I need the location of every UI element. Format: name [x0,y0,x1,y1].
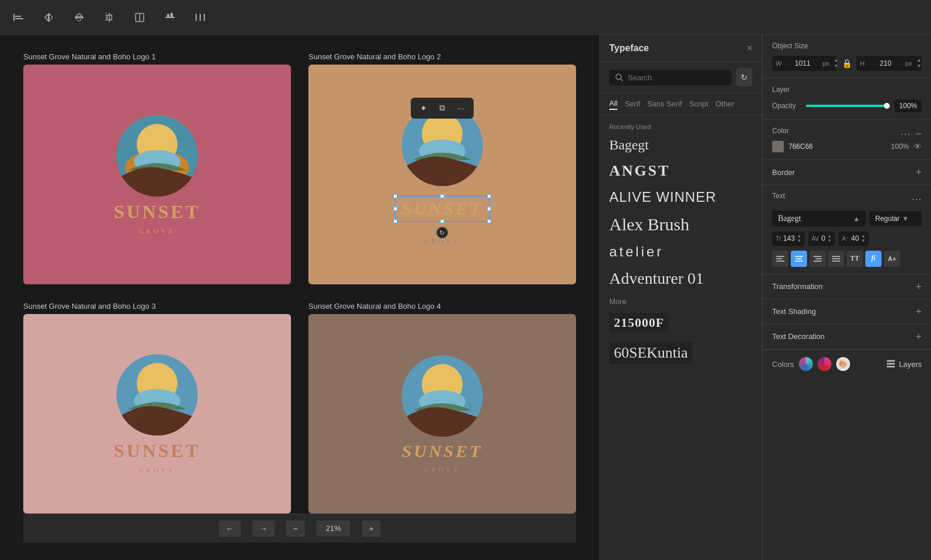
font-item-alexbrush[interactable]: Alex Brush [600,210,762,239]
copy-icon[interactable]: ⧉ [434,100,450,116]
distribute-icon[interactable] [191,8,209,27]
height-input[interactable] [868,56,903,71]
text-dots-button[interactable]: ⋯ [911,194,922,204]
align-bottom-icon[interactable] [161,8,179,27]
logo-text-main-1: SUNSET [114,201,201,223]
color-swatch[interactable] [772,141,784,152]
font-preview-bagegt: Bagegt [609,137,649,153]
bottom-colors-panel[interactable]: Colors 🎨 [772,357,850,371]
flip-horizontal-icon[interactable] [40,8,58,27]
aa-button[interactable]: A+ [884,251,900,267]
typeface-panel-close[interactable]: × [747,44,752,53]
font-item-more-1[interactable]: 215000F [600,308,762,337]
align-left-icon[interactable] [9,8,28,27]
rotate-handle[interactable]: ↻ [436,227,448,238]
svg-rect-44 [887,363,895,365]
undo-button[interactable]: ← [219,520,241,537]
font-selector-row: Bagegt ▲ Regular ▼ [772,211,922,227]
border-add-button[interactable]: + [915,167,922,177]
align-right-btn[interactable] [809,251,826,267]
search-input-wrap [609,70,731,85]
canvas-card-1[interactable]: SUNSET GROVE [23,65,291,284]
zoom-plus-button[interactable]: + [362,520,381,537]
text-shading-add-button[interactable]: + [915,306,922,317]
svg-line-30 [621,79,623,81]
lock-icon[interactable]: 🔒 [842,59,852,68]
align-top-distribute-icon[interactable] [100,8,119,27]
bottom-layers-panel[interactable]: Layers [886,359,922,369]
redo-button[interactable]: → [253,520,275,537]
font-item-angst[interactable]: ANGST [600,158,762,184]
font-item-alivewinner[interactable]: ALIVE WINNER [600,184,762,210]
width-input[interactable] [785,56,820,71]
font-item-adventurer[interactable]: Adventurer 01 [600,265,762,293]
layer-section: Layer Opacity 100% [763,79,931,120]
leading-arrows: ▲ ▼ [861,234,865,244]
svg-rect-12 [170,13,173,17]
tab-script[interactable]: Script [689,98,708,110]
color-circle-pink[interactable] [818,357,831,371]
height-input-group: H px ▲ ▼ [857,56,922,71]
font-preview-alexbrush: Alex Brush [609,215,690,234]
font-item-more-2[interactable]: 60SEKuntia [600,337,762,369]
height-up-arrow[interactable]: ▲ [915,58,922,63]
canvas-card-4[interactable]: SUNSET GROVE [308,314,576,513]
tab-all[interactable]: All [609,98,617,110]
font-name-select[interactable]: Bagegt ▲ [772,211,866,227]
text-controls-row: Tt 143 ▲ ▼ AV 0 ▲ ▼ A⁺ [772,231,922,246]
tracking-up[interactable]: ▲ [827,234,831,238]
color-circle-palette[interactable]: 🎨 [836,357,850,371]
transformation-add-button[interactable]: + [915,281,922,292]
height-down-arrow[interactable]: ▼ [915,63,922,69]
more-options-icon[interactable]: ··· [453,100,469,116]
tab-other[interactable]: Other [715,98,734,110]
text-header: Text ⋯ [772,192,922,206]
font-size-up[interactable]: ▲ [797,234,801,238]
font-size-down[interactable]: ▼ [797,238,801,243]
tt-button[interactable]: TT [847,251,863,267]
color-dots-button[interactable]: ⋯ [900,129,911,139]
align-center-btn[interactable] [791,251,807,267]
font-item-bagegt[interactable]: Bagegt [600,133,762,158]
canvas-card-3[interactable]: SUNSET GROVE [23,314,291,513]
opacity-fill [806,105,890,107]
canvas-item-title-3: Sunset Grove Natural and Boho Logo 3 [23,302,291,311]
fi-button[interactable]: fi [865,251,882,267]
tab-sans-serif[interactable]: Sans Serif [647,98,682,110]
leading-down[interactable]: ▼ [861,238,865,243]
text-decoration-add-button[interactable]: + [915,331,922,342]
tracking-down[interactable]: ▼ [827,238,831,243]
move-icon[interactable]: ✦ [415,100,432,116]
refresh-button[interactable]: ↻ [736,68,752,87]
align-middle-icon[interactable] [130,8,149,27]
tab-serif[interactable]: Serif [624,98,640,110]
align-left-btn[interactable] [772,251,788,267]
font-style-select[interactable]: Regular ▼ [869,211,922,226]
border-header[interactable]: Border + [772,167,922,177]
canvas-item-4: Sunset Grove Natural and Boho Logo 4 [308,302,576,513]
zoom-minus-button[interactable]: − [286,520,305,537]
flip-vertical-icon[interactable] [70,8,88,27]
height-unit: px [903,60,915,67]
font-item-atelier[interactable]: atelier [600,239,762,265]
align-justify-btn[interactable] [828,251,844,267]
search-input[interactable] [628,73,726,82]
color-circle-teal[interactable] [799,357,813,371]
leading-up[interactable]: ▲ [861,234,865,238]
logo-text-main-3: SUNSET [114,440,201,462]
text-decoration-header[interactable]: Text Decoration + [772,331,922,342]
width-up-arrow[interactable]: ▲ [831,58,837,63]
height-label: H [857,60,868,67]
opacity-slider[interactable] [806,105,890,107]
width-input-group: W px ▲ ▼ [772,56,837,71]
color-minus-button[interactable]: − [915,129,922,139]
width-down-arrow[interactable]: ▼ [831,63,837,69]
color-eye-icon[interactable]: 👁 [914,142,922,151]
canvas-card-2[interactable]: ✦ ⧉ ··· [308,65,576,284]
text-shading-header[interactable]: Text Shading + [772,306,922,317]
width-arrows: ▲ ▼ [831,58,837,69]
leading-control: A⁺ 40 ▲ ▼ [838,231,869,246]
width-unit: px [820,60,831,67]
transformation-header[interactable]: Transformation + [772,281,922,292]
logo-text-sub-3: GROVE [139,466,176,473]
